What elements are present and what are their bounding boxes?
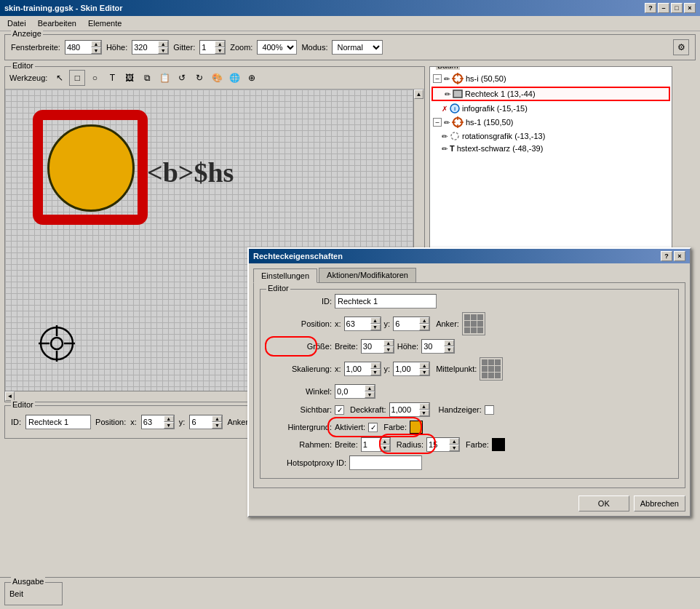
skal-x-down[interactable]: ▼ (370, 369, 381, 375)
tree-item-rechteck1[interactable]: ✏ Rechteck 1 (13,-44) (431, 87, 670, 101)
minimize-button[interactable]: – (658, 3, 669, 13)
bottom-y-up[interactable]: ▲ (212, 415, 222, 422)
image-tool[interactable]: 🖼 (122, 70, 138, 86)
d-anchor-mr[interactable] (477, 321, 483, 327)
dialog-help-btn[interactable]: ? (661, 251, 672, 261)
winkel-up[interactable]: ▲ (365, 385, 375, 391)
mittelpunkt-grid[interactable] (480, 357, 503, 381)
dialog-anchor-grid[interactable] (462, 312, 485, 335)
scroll-up-btn[interactable]: ▲ (414, 89, 423, 99)
skal-y-up[interactable]: ▲ (419, 362, 429, 369)
breite-up[interactable]: ▲ (383, 340, 394, 346)
aktiviert-checkbox[interactable]: ✓ (368, 423, 378, 432)
d-anchor-tr[interactable] (477, 314, 483, 320)
fensterbreite-input[interactable] (65, 41, 91, 54)
hoehe-spinbox[interactable]: ▲ ▼ (132, 40, 169, 55)
deckkraft-spinbox[interactable]: ▲ ▼ (389, 402, 430, 417)
menu-datei[interactable]: Datei (3, 17, 31, 29)
y-down[interactable]: ▼ (419, 324, 429, 330)
abbrechen-button[interactable]: Abbrechen (634, 495, 685, 512)
gitter-spinbox[interactable]: ▲ ▼ (199, 40, 226, 55)
mp-br[interactable] (495, 373, 501, 378)
d-anchor-br[interactable] (477, 327, 483, 333)
winkel-down[interactable]: ▼ (365, 391, 375, 398)
skal-y-spinbox[interactable]: ▲ ▼ (393, 362, 430, 376)
hoehe2-input[interactable] (422, 340, 444, 353)
tree-item-rotation[interactable]: ✏ rotationsgrafik (-13,-13) (430, 130, 672, 143)
ok-button[interactable]: OK (578, 495, 629, 512)
hoehe2-up[interactable]: ▲ (444, 340, 454, 346)
redo-tool[interactable]: ↻ (191, 70, 207, 86)
circle-tool[interactable]: ○ (87, 70, 103, 86)
hoehe-down[interactable]: ▼ (158, 47, 168, 54)
deckkraft-down[interactable]: ▼ (419, 410, 429, 416)
mp-bl[interactable] (482, 373, 488, 378)
tree-item-hs-i[interactable]: – ✏ hs-i (50,50) (430, 71, 672, 86)
d-anchor-mc[interactable] (471, 321, 477, 327)
tree-item-hstext[interactable]: ✏ T hstext-schwarz (-48,-39) (430, 143, 672, 154)
breite-down[interactable]: ▼ (383, 346, 394, 353)
settings-button[interactable]: ⚙ (673, 39, 689, 55)
gitter-down[interactable]: ▼ (215, 47, 225, 54)
fensterbreite-up[interactable]: ▲ (91, 41, 101, 47)
d-anchor-bl[interactable] (464, 327, 470, 333)
text-tool[interactable]: T (104, 70, 120, 86)
rahmen-breite-input[interactable] (362, 438, 380, 451)
close-button[interactable]: × (684, 3, 696, 13)
deckkraft-input[interactable] (390, 403, 419, 416)
modus-select[interactable]: Normal Erweitert (332, 40, 383, 55)
y-input[interactable] (394, 317, 419, 330)
color-fill-tool[interactable]: 🎨 (209, 70, 225, 86)
gitter-input[interactable] (200, 41, 215, 54)
help-button[interactable]: ? (645, 3, 656, 13)
deckkraft-up[interactable]: ▲ (419, 403, 429, 410)
mp-ml[interactable] (482, 366, 488, 372)
rahmen-breite-spinbox[interactable]: ▲ ▼ (361, 437, 391, 452)
copy-tool[interactable]: ⧉ (139, 70, 155, 86)
tab-einstellungen[interactable]: Einstellungen (253, 268, 317, 283)
cursor-tool[interactable]: ↖ (52, 70, 68, 86)
bottom-y-down[interactable]: ▼ (212, 422, 222, 429)
x-down[interactable]: ▼ (370, 324, 381, 330)
menu-bearbeiten[interactable]: Bearbeiten (33, 17, 81, 29)
d-anchor-tc[interactable] (471, 314, 477, 320)
d-anchor-bc[interactable] (471, 327, 477, 333)
target-tool[interactable]: ⊕ (244, 70, 260, 86)
globe-tool[interactable]: 🌐 (226, 70, 242, 86)
mp-mr[interactable] (495, 366, 501, 372)
menu-elemente[interactable]: Elemente (84, 17, 126, 29)
paste-tool[interactable]: 📋 (156, 70, 172, 86)
rect-tool[interactable]: □ (69, 70, 85, 86)
zoom-select[interactable]: 100% 200% 400% 800% (257, 40, 297, 55)
hotspot-input[interactable] (349, 455, 422, 470)
expand-hs-i[interactable]: – (433, 74, 442, 83)
undo-tool[interactable]: ↺ (174, 70, 190, 86)
bottom-y-spinbox[interactable]: ▲ ▼ (189, 415, 223, 429)
x-input[interactable] (345, 317, 370, 330)
skal-y-down[interactable]: ▼ (419, 369, 429, 375)
fensterbreite-spinbox[interactable]: ▲ ▼ (65, 40, 102, 55)
mp-tr[interactable] (495, 359, 501, 365)
skal-x-up[interactable]: ▲ (370, 362, 381, 369)
dialog-close-btn[interactable]: × (674, 251, 685, 261)
bottom-x-input[interactable] (142, 415, 164, 429)
tree-item-infografik[interactable]: ✗ i infografik (-15,-15) (430, 102, 672, 115)
sichtbar-checkbox[interactable]: ✓ (335, 405, 344, 415)
id-input[interactable] (335, 294, 437, 309)
x-up[interactable]: ▲ (370, 317, 381, 324)
hoehe-up[interactable]: ▲ (158, 41, 168, 47)
bottom-x-spinbox[interactable]: ▲ ▼ (141, 415, 175, 429)
skal-x-spinbox[interactable]: ▲ ▼ (344, 362, 381, 376)
y-spinbox[interactable]: ▲ ▼ (393, 317, 430, 331)
tab-aktionen[interactable]: Aktionen/Modifikatoren (319, 268, 416, 282)
breite-input[interactable] (362, 340, 383, 353)
bottom-id-input[interactable] (25, 415, 91, 429)
winkel-spinbox[interactable]: ▲ ▼ (335, 384, 375, 399)
expand-hs-1[interactable]: – (433, 118, 442, 127)
bottom-y-input[interactable] (190, 415, 212, 429)
d-anchor-tl[interactable] (464, 314, 470, 320)
breite-spinbox[interactable]: ▲ ▼ (361, 339, 394, 354)
y-up[interactable]: ▲ (419, 317, 429, 324)
mp-tc[interactable] (488, 359, 494, 365)
skal-y-input[interactable] (394, 362, 419, 375)
